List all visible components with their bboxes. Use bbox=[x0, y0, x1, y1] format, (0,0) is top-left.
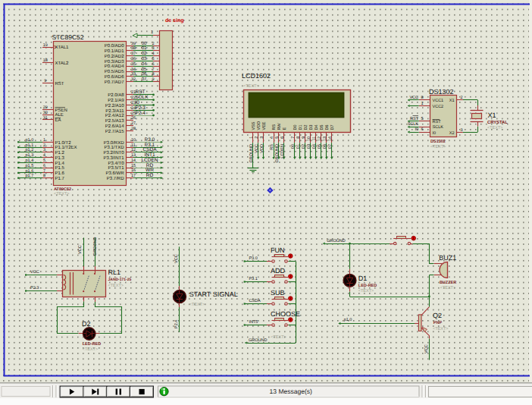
svg-text:<TEXT>: <TEXT> bbox=[430, 145, 446, 149]
svg-text:p1.1: p1.1 bbox=[26, 143, 34, 148]
svg-text:P2.6/A14: P2.6/A14 bbox=[105, 124, 124, 129]
svg-text:CSDA: CSDA bbox=[249, 299, 261, 303]
svg-text:VCC: VCC bbox=[409, 96, 418, 100]
svg-text:Q2: Q2 bbox=[433, 312, 442, 319]
svg-text:DS1302: DS1302 bbox=[429, 88, 454, 96]
svg-text:8: 8 bbox=[43, 174, 45, 178]
svg-text:VDD: VDD bbox=[260, 144, 264, 153]
svg-text:6: 6 bbox=[421, 127, 424, 132]
svg-text:P0.2/AD2: P0.2/AD2 bbox=[105, 54, 124, 59]
svg-text:VCC: VCC bbox=[424, 344, 429, 353]
svg-text:<TEXT>: <TEXT> bbox=[54, 192, 69, 196]
svg-text:VEE: VEE bbox=[262, 121, 267, 130]
svg-text:00: 00 bbox=[291, 144, 296, 149]
svg-text:2: 2 bbox=[152, 42, 154, 46]
svg-text:p1.3: p1.3 bbox=[26, 153, 34, 158]
svg-text:SCLK: SCLK bbox=[433, 125, 444, 130]
svg-text:29: 29 bbox=[43, 105, 48, 110]
svg-text:P2.1/A9: P2.1/A9 bbox=[108, 98, 124, 103]
svg-text:06: 06 bbox=[142, 71, 147, 77]
svg-text:00: 00 bbox=[142, 41, 147, 46]
svg-text:28: 28 bbox=[131, 127, 136, 131]
svg-text:START SIGNAL: START SIGNAL bbox=[189, 290, 238, 298]
svg-text:FUN: FUN bbox=[271, 246, 285, 254]
svg-text:18: 18 bbox=[43, 58, 48, 63]
svg-text:LCDEN: LCDEN bbox=[280, 144, 285, 159]
svg-text:P0.3/AD3: P0.3/AD3 bbox=[105, 59, 124, 64]
svg-text:p1.5: p1.5 bbox=[26, 164, 34, 168]
svg-text:4: 4 bbox=[270, 137, 274, 139]
svg-text:D0: D0 bbox=[293, 124, 298, 130]
svg-text:GROUND: GROUND bbox=[327, 239, 345, 243]
svg-text:P2.5/A13: P2.5/A13 bbox=[105, 118, 124, 124]
svg-text:04: 04 bbox=[312, 144, 317, 149]
svg-text:P1.2: P1.2 bbox=[55, 150, 65, 155]
svg-text:1: 1 bbox=[249, 137, 254, 139]
svg-text:P2.4: P2.4 bbox=[174, 320, 179, 328]
svg-text:<TEXT>: <TEXT> bbox=[243, 84, 258, 89]
svg-text:D5: D5 bbox=[320, 124, 324, 130]
svg-text:P1.5: P1.5 bbox=[55, 165, 65, 171]
svg-text:D3: D3 bbox=[309, 124, 314, 130]
svg-text:RS: RS bbox=[270, 144, 274, 150]
svg-text:VCC: VCC bbox=[30, 270, 39, 275]
svg-text:BUZ1: BUZ1 bbox=[439, 254, 456, 262]
svg-text:XTAL1: XTAL1 bbox=[55, 45, 70, 50]
svg-text:SUB: SUB bbox=[271, 289, 285, 297]
svg-text:<TEXT>: <TEXT> bbox=[189, 303, 205, 307]
svg-text:STC89C52: STC89C52 bbox=[52, 33, 84, 41]
svg-text:P1.0/T2: P1.0/T2 bbox=[55, 140, 72, 146]
svg-text:P0.0/AD0: P0.0/AD0 bbox=[105, 43, 124, 49]
svg-text:RST: RST bbox=[433, 120, 442, 124]
svg-text:1: 1 bbox=[43, 138, 45, 143]
svg-text:VCC: VCC bbox=[255, 144, 259, 153]
svg-text:D1: D1 bbox=[358, 275, 368, 282]
svg-text:07: 07 bbox=[142, 77, 147, 82]
svg-text:SCLK: SCLK bbox=[408, 122, 419, 127]
svg-text:<TEXT>: <TEXT> bbox=[433, 327, 448, 331]
svg-text:9: 9 bbox=[44, 79, 46, 83]
svg-text:ALE: ALE bbox=[55, 112, 64, 118]
svg-text:E: E bbox=[283, 127, 287, 130]
svg-text:5: 5 bbox=[275, 137, 280, 139]
svg-text:P1.6: P1.6 bbox=[55, 171, 65, 176]
svg-text:2: 2 bbox=[255, 137, 259, 139]
svg-text:02: 02 bbox=[302, 144, 306, 149]
svg-text:P3.2/INT0: P3.2/INT0 bbox=[103, 150, 124, 155]
svg-text:P3.4/T0: P3.4/T0 bbox=[108, 161, 124, 166]
svg-text:11: 11 bbox=[131, 143, 136, 148]
svg-text:P3.3/INT1: P3.3/INT1 bbox=[103, 155, 124, 161]
svg-text:P3.0: P3.0 bbox=[249, 256, 257, 261]
svg-text:LED-RED: LED-RED bbox=[358, 284, 377, 288]
svg-text:34: 34 bbox=[131, 68, 136, 72]
svg-text:1: 1 bbox=[151, 30, 153, 35]
svg-text:INT5: INT5 bbox=[249, 320, 258, 325]
svg-text:RST: RST bbox=[410, 117, 419, 121]
svg-text:GROUND: GROUND bbox=[249, 338, 267, 343]
svg-text:EA: EA bbox=[55, 118, 61, 123]
svg-text:10: 10 bbox=[131, 138, 136, 143]
svg-text:I0: I0 bbox=[415, 127, 418, 132]
svg-text:27: 27 bbox=[131, 121, 136, 126]
svg-text:P1.4: P1.4 bbox=[55, 161, 65, 166]
svg-text:VCC: VCC bbox=[174, 254, 179, 263]
svg-text:1: 1 bbox=[421, 102, 424, 106]
svg-text:4: 4 bbox=[43, 153, 45, 158]
svg-text:P0.1/AD1: P0.1/AD1 bbox=[105, 49, 124, 54]
svg-text:6: 6 bbox=[280, 137, 285, 139]
svg-text:02: 02 bbox=[142, 51, 147, 56]
svg-text:X2: X2 bbox=[449, 131, 455, 136]
svg-text:CRYSTAL: CRYSTAL bbox=[487, 120, 508, 125]
svg-text:P1.3: P1.3 bbox=[55, 155, 65, 161]
svg-text:P0.5/AD5: P0.5/AD5 bbox=[105, 69, 124, 74]
svg-text:D7: D7 bbox=[330, 124, 335, 130]
svg-text:<TEXT>: <TEXT> bbox=[108, 284, 124, 288]
svg-text:2: 2 bbox=[461, 96, 463, 100]
svg-text:P1.1/T2EX: P1.1/T2EX bbox=[55, 145, 77, 150]
svg-text:03: 03 bbox=[307, 144, 311, 149]
svg-text:VDD: VDD bbox=[257, 121, 261, 130]
svg-text:5: 5 bbox=[421, 117, 424, 121]
svg-text:03: 03 bbox=[142, 56, 147, 61]
svg-text:10: 10 bbox=[307, 137, 311, 141]
svg-text:3: 3 bbox=[260, 137, 264, 139]
